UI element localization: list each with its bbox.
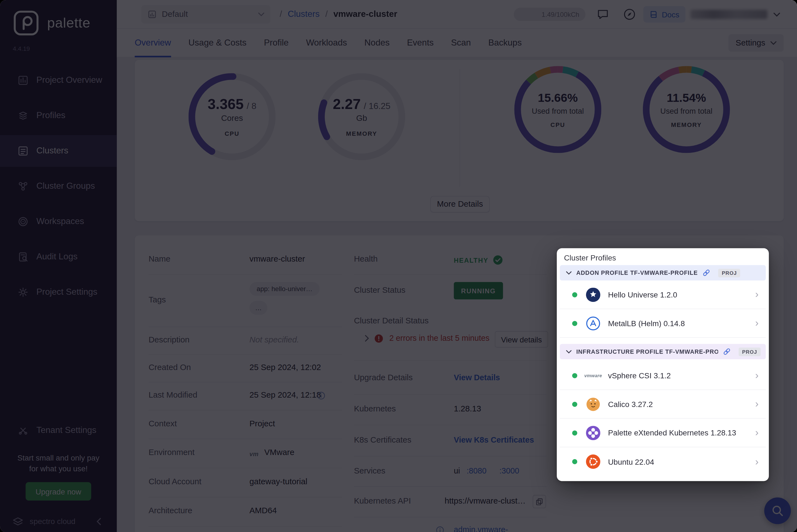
palette-flower-logo	[586, 425, 600, 440]
link-icon	[723, 347, 731, 356]
profile-layer-name: Palette eXtended Kubernetes 1.28.13	[608, 428, 755, 437]
vmware-logo: vmware	[586, 368, 600, 383]
link-icon	[702, 269, 710, 277]
status-dot-green	[572, 373, 577, 378]
infrastructure-profile-header[interactable]: INFRASTRUCTURE PROFILE TF-VMWARE-PROFILE…	[560, 344, 766, 359]
chevron-right-icon: ›	[755, 456, 759, 468]
addon-profile-header[interactable]: ADDON PROFILE TF-VMWARE-PROFILE PROJ	[560, 265, 766, 281]
app-window: palette 4.4.19 Project Overview Profiles…	[0, 0, 797, 532]
profile-layer-row-vsphere-csi[interactable]: vmware vSphere CSI 3.1.2 ›	[560, 361, 766, 390]
calico-logo	[586, 397, 600, 411]
profile-layer-name: vSphere CSI 3.1.2	[608, 371, 755, 380]
profile-layer-name: MetalLB (Helm) 0.14.8	[608, 319, 755, 328]
metallb-logo	[586, 316, 600, 330]
status-dot-green	[572, 292, 577, 297]
profile-layer-name: Hello Universe 1.2.0	[608, 290, 755, 299]
ubuntu-logo	[586, 454, 600, 469]
profile-layer-row-metallb[interactable]: MetalLB (Helm) 0.14.8 ›	[560, 309, 766, 338]
cluster-profiles-popup: Cluster Profiles ADDON PROFILE TF-VMWARE…	[557, 248, 769, 481]
screenshot-viewport: palette 4.4.19 Project Overview Profiles…	[0, 0, 797, 532]
popup-title: Cluster Profiles	[560, 252, 766, 265]
addon-profile-name: ADDON PROFILE TF-VMWARE-PROFILE	[576, 270, 698, 276]
profile-layer-row-hello-universe[interactable]: Hello Universe 1.2.0 ›	[560, 280, 766, 309]
chevron-right-icon: ›	[755, 369, 759, 381]
profile-layer-row-ubuntu[interactable]: Ubuntu 22.04 ›	[560, 447, 766, 476]
chevron-right-icon: ›	[755, 289, 759, 301]
chevron-right-icon: ›	[755, 427, 759, 439]
scope-badge: PROJ	[718, 268, 740, 277]
infrastructure-profile-name: INFRASTRUCTURE PROFILE TF-VMWARE-PROFILE	[576, 348, 718, 355]
scope-badge: PROJ	[739, 347, 761, 356]
profile-layer-row-palette-k8s[interactable]: Palette eXtended Kubernetes 1.28.13 ›	[560, 419, 766, 447]
profile-layer-name: Calico 3.27.2	[608, 400, 755, 408]
chevron-down-icon	[566, 271, 572, 274]
chevron-right-icon: ›	[755, 398, 759, 410]
status-dot-green	[572, 430, 577, 435]
status-dot-green	[572, 321, 577, 326]
profile-layer-name: Ubuntu 22.04	[608, 457, 755, 466]
hello-universe-logo	[586, 287, 600, 302]
chevron-down-icon	[566, 350, 572, 354]
chevron-right-icon: ›	[755, 317, 759, 329]
status-dot-green	[572, 401, 577, 407]
status-dot-green	[572, 459, 577, 464]
profile-layer-row-calico[interactable]: Calico 3.27.2 ›	[560, 390, 766, 419]
